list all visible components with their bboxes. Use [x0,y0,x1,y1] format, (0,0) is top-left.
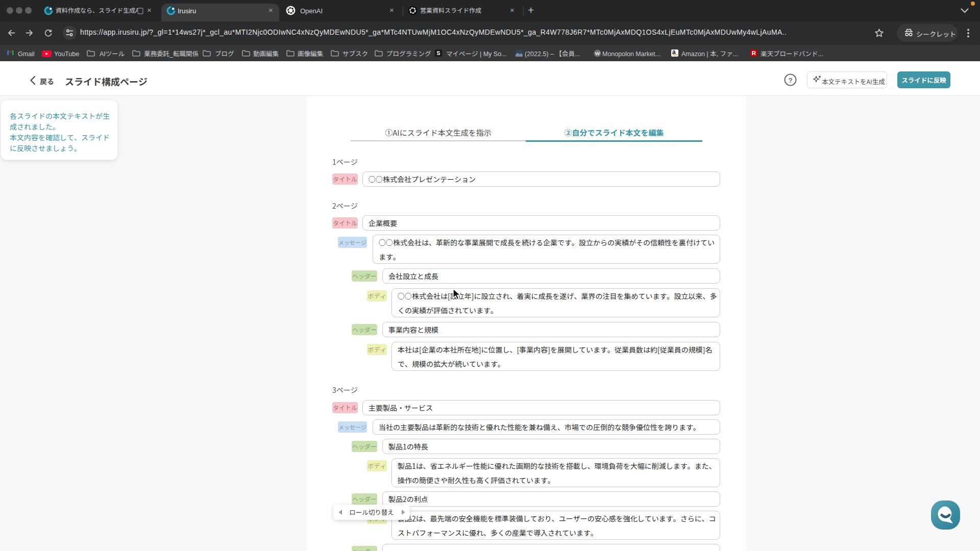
svg-text:?: ? [788,77,792,84]
